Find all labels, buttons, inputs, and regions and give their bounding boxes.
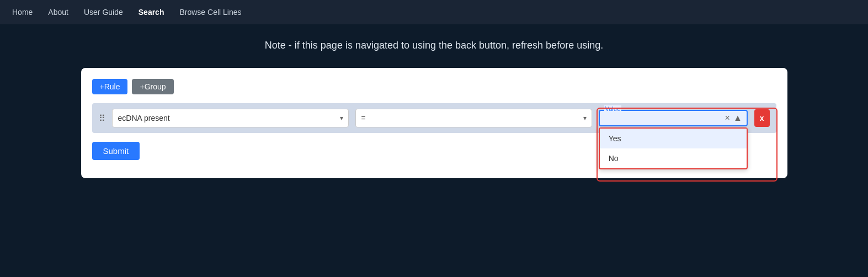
- value-expand-button[interactable]: ▲: [732, 113, 743, 123]
- submit-button[interactable]: Submit: [92, 142, 140, 160]
- field-selector-wrapper: ecDNA present ▾: [112, 109, 349, 127]
- navbar: Home About User Guide Search Browse Cell…: [0, 0, 868, 24]
- add-group-button[interactable]: +Group: [132, 79, 173, 94]
- operator-selector-wrapper: = != ▾: [355, 109, 592, 127]
- dropdown-item-no[interactable]: No: [600, 148, 747, 168]
- query-builder: +Rule +Group ⠿ ecDNA present ▾ = != ▾: [81, 68, 787, 178]
- note-text: Note - if this page is navigated to usin…: [265, 40, 603, 51]
- value-dropdown: Yes No: [599, 127, 748, 169]
- nav-item-about[interactable]: About: [47, 6, 70, 19]
- nav-item-userguide[interactable]: User Guide: [83, 6, 124, 19]
- main-content: +Rule +Group ⠿ ecDNA present ▾ = != ▾: [0, 62, 868, 195]
- nav-item-browse[interactable]: Browse Cell Lines: [178, 6, 242, 19]
- note-bar: Note - if this page is navigated to usin…: [0, 24, 868, 62]
- value-container: Value × ▲ Yes No: [599, 110, 748, 126]
- dropdown-item-yes[interactable]: Yes: [600, 129, 747, 148]
- value-clear-button[interactable]: ×: [723, 113, 732, 123]
- toolbar: +Rule +Group: [92, 79, 776, 94]
- nav-item-home[interactable]: Home: [11, 6, 34, 19]
- drag-handle-icon[interactable]: ⠿: [99, 113, 105, 124]
- nav-item-search[interactable]: Search: [137, 6, 166, 19]
- delete-rule-button[interactable]: x: [754, 109, 770, 127]
- rule-row: ⠿ ecDNA present ▾ = != ▾: [92, 103, 776, 133]
- add-rule-button[interactable]: +Rule: [92, 79, 128, 94]
- operator-selector[interactable]: = !=: [355, 109, 592, 127]
- field-selector[interactable]: ecDNA present: [112, 109, 349, 127]
- value-input[interactable]: [603, 114, 723, 122]
- value-input-wrapper: Value × ▲: [599, 110, 748, 126]
- value-label: Value: [604, 105, 621, 112]
